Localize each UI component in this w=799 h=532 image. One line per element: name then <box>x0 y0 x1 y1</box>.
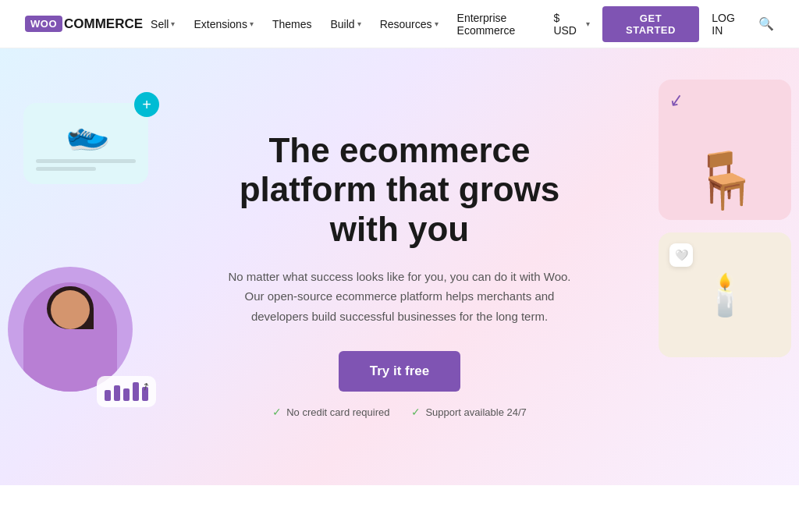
try-free-button[interactable]: Try it free <box>339 351 461 392</box>
commerce-logo: COMMERCE <box>64 16 143 32</box>
shoe-line-2 <box>36 167 96 171</box>
navbar: WOO COMMERCE Sell ▾ Extensions ▾ Themes … <box>0 0 799 48</box>
chevron-down-icon: ▾ <box>250 20 254 28</box>
hero-description: No matter what success looks like for yo… <box>220 267 579 327</box>
chevron-down-icon: ▾ <box>357 20 361 28</box>
get-started-button[interactable]: GET STARTED <box>602 6 700 42</box>
check-icon-1: ✓ <box>272 406 282 418</box>
chair-image: 🪑 <box>691 148 759 212</box>
plus-icon: + <box>134 92 159 117</box>
chevron-down-icon: ▾ <box>171 20 175 28</box>
chart-bar-1 <box>105 390 111 401</box>
shoe-line-1 <box>36 159 136 163</box>
nav-right: $ USD ▾ GET STARTED LOG IN 🔍 <box>553 6 774 42</box>
shoe-lines <box>36 159 136 175</box>
nav-build[interactable]: Build ▾ <box>322 13 368 35</box>
arrow-icon: ↗ <box>139 379 152 393</box>
chart-bar-3 <box>123 388 130 401</box>
nav-sell[interactable]: Sell ▾ <box>143 13 183 35</box>
nav-resources[interactable]: Resources ▾ <box>372 13 446 35</box>
nav-extensions[interactable]: Extensions ▾ <box>186 13 261 35</box>
chart-badge: ↗ <box>97 376 156 407</box>
hero-features: ✓ No credit card required ✓ Support avai… <box>204 406 595 418</box>
login-link[interactable]: LOG IN <box>712 12 746 37</box>
logo[interactable]: WOO COMMERCE <box>25 16 143 32</box>
nav-links: Sell ▾ Extensions ▾ Themes Build ▾ Resou… <box>143 7 553 41</box>
check-icon-2: ✓ <box>411 406 421 418</box>
chair-card: ↙ 🪑 <box>659 80 791 220</box>
hero-content: The ecommerce platform that grows with y… <box>189 84 610 449</box>
chevron-down-icon: ▾ <box>435 20 439 28</box>
nav-enterprise[interactable]: Enterprise Ecommerce <box>449 7 554 41</box>
woman-circle <box>8 267 133 392</box>
candle-card: 🤍 🕯️ <box>659 232 791 357</box>
arrow-decoration: ↙ <box>668 90 685 112</box>
candle-image: 🕯️ <box>700 271 751 319</box>
heart-icon: 🤍 <box>669 243 693 267</box>
woman-body <box>23 282 117 392</box>
bottom-section: How can Woo help you? <box>0 485 799 532</box>
hero-title: The ecommerce platform that grows with y… <box>204 131 595 250</box>
currency-selector[interactable]: $ USD ▾ <box>553 12 589 37</box>
search-icon[interactable]: 🔍 <box>758 16 774 31</box>
chevron-down-icon: ▾ <box>586 20 590 28</box>
deco-left: + 👟 ↗ <box>0 95 187 184</box>
nav-themes[interactable]: Themes <box>265 13 320 35</box>
hero-section: + 👟 ↗ <box>0 48 799 485</box>
feature-support: ✓ Support available 24/7 <box>411 406 526 418</box>
chart-bar-2 <box>114 385 120 401</box>
woman-decoration: ↗ <box>8 267 140 423</box>
woman-head <box>51 290 90 329</box>
shoe-card: + 👟 <box>23 103 148 184</box>
woo-logo[interactable]: WOO <box>25 16 62 32</box>
feature-no-credit-card: ✓ No credit card required <box>272 406 389 418</box>
shoe-image: 👟 <box>60 108 112 158</box>
deco-right: ↙ 🪑 🤍 🕯️ <box>643 80 799 357</box>
chart-bar-4 <box>133 382 139 401</box>
